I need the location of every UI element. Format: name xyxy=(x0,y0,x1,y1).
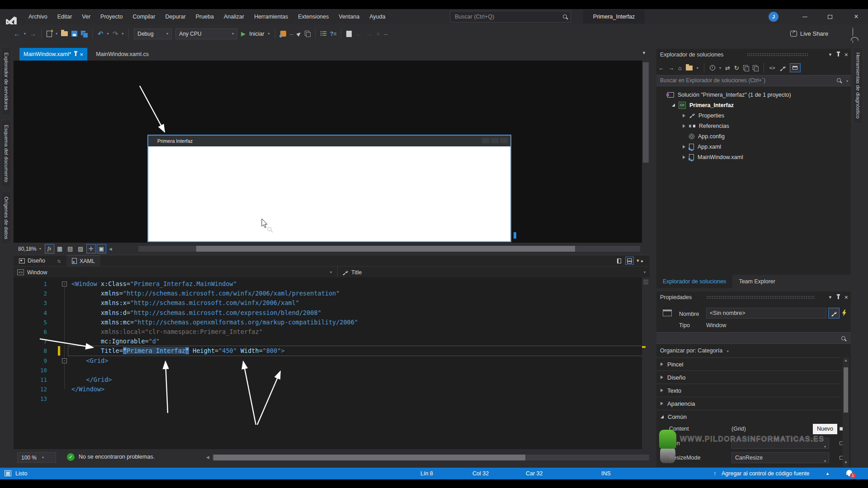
tree-item-primera-interfaz[interactable]: C#Primera_Interfaz xyxy=(656,100,851,110)
preview-selected-items-button[interactable] xyxy=(790,63,801,72)
selection-pointer-icon[interactable] xyxy=(296,31,302,37)
property-row-content[interactable]: Content (Grid) Nuevo xyxy=(656,422,841,436)
code-horizontal-scrollbar[interactable] xyxy=(212,455,649,460)
navigate-back-dropdown-icon[interactable]: ▾ xyxy=(24,32,26,36)
menu-item-ventana[interactable]: Ventana xyxy=(334,9,364,24)
properties-wrench-icon[interactable] xyxy=(779,65,786,71)
solution-search-input[interactable]: Buscar en Explorador de soluciones (Ctrl… xyxy=(656,75,851,86)
tree-item-soluci-n-primera-interfaz-1-de-1-proyecto[interactable]: Solución "Primera_Interfaz" (1 de 1 proy… xyxy=(656,89,851,100)
home-icon[interactable]: ⌂ xyxy=(678,65,682,71)
xaml-code-editor[interactable]: 1<Window x:Class="Primera_Interfaz.MainW… xyxy=(14,277,642,449)
fold-collapse-icon[interactable]: - xyxy=(62,282,67,286)
tool-tab-herramientas-de-diagn-stico[interactable]: Herramientas de diagnóstico xyxy=(853,47,863,123)
pin-icon[interactable] xyxy=(838,296,839,299)
code-vertical-scrollbar[interactable] xyxy=(642,277,650,449)
scroll-left-icon[interactable]: ◀ xyxy=(109,247,112,251)
chevron-right-icon[interactable] xyxy=(683,145,685,149)
collapse-all-icon[interactable] xyxy=(743,65,749,71)
property-category-texto[interactable]: Texto xyxy=(656,384,841,397)
start-button[interactable]: Iniciar xyxy=(249,31,264,37)
properties-search-input[interactable] xyxy=(656,332,851,344)
code-line-5[interactable]: 5 xmlns:mc="http://schemas.openxmlformat… xyxy=(14,318,642,328)
events-view-button[interactable] xyxy=(842,310,847,318)
copy-items-icon[interactable] xyxy=(305,31,310,37)
navigate-back-icon[interactable]: ← xyxy=(14,29,20,38)
breadcrumb-property-dropdown[interactable]: Title ▾ xyxy=(337,267,648,278)
scroll-down-icon[interactable]: ▼ xyxy=(844,460,848,465)
name-input[interactable]: <Sin nombre> xyxy=(706,308,826,319)
menu-item-ver[interactable]: Ver xyxy=(77,9,95,24)
solution-explorer-header[interactable]: Explorador de soluciones ▼ × xyxy=(656,49,851,61)
property-row-resizemode[interactable]: ResizeMode CanResize ▾ xyxy=(656,451,841,465)
close-icon[interactable]: × xyxy=(844,51,848,58)
code-line-11[interactable]: 11 </Grid> xyxy=(14,375,642,385)
add-to-source-control-button[interactable]: Agregar al control de código fuente xyxy=(722,468,810,479)
show-grid-icon[interactable]: ▦ xyxy=(55,244,65,253)
feedback-button[interactable] xyxy=(853,28,862,39)
new-file-icon[interactable] xyxy=(47,31,52,37)
snaplines-toggle-button[interactable]: ✛ xyxy=(86,244,96,253)
tab-solution-explorer[interactable]: Explorador de soluciones xyxy=(656,275,732,288)
close-icon[interactable]: × xyxy=(80,51,84,58)
properties-header[interactable]: Propiedades ▼ × xyxy=(656,291,851,303)
scrollbar-thumb[interactable] xyxy=(643,62,649,163)
maximize-button[interactable] xyxy=(819,9,841,24)
navigate-forward-icon[interactable]: → xyxy=(29,29,36,38)
tool-tab-esquema-del-documento[interactable]: Esquema del documento xyxy=(1,120,11,187)
chevron-down-icon[interactable]: ▾ xyxy=(39,247,41,251)
scroll-up-icon[interactable]: ▲ xyxy=(844,358,848,362)
tool-tab-or-genes-de-datos[interactable]: Orígenes de datos xyxy=(1,192,11,244)
properties-scrollbar[interactable]: ▲ ▼ xyxy=(843,357,849,467)
new-file-dropdown-icon[interactable]: ▾ xyxy=(56,32,57,36)
scroll-left-icon[interactable]: ◀ xyxy=(206,455,209,460)
chevron-right-icon[interactable] xyxy=(660,389,663,392)
menu-item-compilar[interactable]: Compilar xyxy=(127,9,160,24)
property-category-pincel[interactable]: Pincel xyxy=(656,357,841,371)
designer-horizontal-scrollbar[interactable] xyxy=(138,246,640,252)
live-share-button[interactable]: Live Share xyxy=(790,24,828,43)
quick-search-input[interactable]: Buscar (Ctrl+Q) xyxy=(450,11,571,23)
tree-item-properties[interactable]: Properties xyxy=(656,110,851,121)
start-dropdown-icon[interactable]: ▾ xyxy=(268,32,270,36)
designer-artboard-window[interactable]: Primera Interfaz xyxy=(147,135,511,242)
indent-lines-icon[interactable] xyxy=(321,31,326,36)
chevron-right-icon[interactable] xyxy=(683,114,685,117)
effects-toggle-button[interactable]: fx xyxy=(45,244,54,253)
chevron-right-icon[interactable] xyxy=(683,155,685,159)
resizemode-value-dropdown[interactable]: CanResize ▾ xyxy=(731,452,829,463)
artboard-resize-grip[interactable] xyxy=(514,232,516,239)
menu-item-extensiones[interactable]: Extensiones xyxy=(293,9,334,24)
menu-item-ayuda[interactable]: Ayuda xyxy=(364,9,390,24)
properties-view-button[interactable] xyxy=(828,308,840,319)
menu-item-archivo[interactable]: Archivo xyxy=(24,9,52,24)
code-line-7[interactable]: 7 mc:Ignorable="d" xyxy=(14,337,642,347)
back-icon[interactable]: ← xyxy=(658,65,664,71)
close-icon[interactable]: × xyxy=(844,294,848,301)
code-line-9[interactable]: 9 <Grid> xyxy=(14,356,642,366)
chevron-down-icon[interactable]: ▾ xyxy=(719,66,721,70)
new-button[interactable]: Nuevo xyxy=(813,424,837,434)
pin-icon[interactable] xyxy=(838,53,839,56)
menu-item-editar[interactable]: Editar xyxy=(52,9,77,24)
scrollbar-thumb[interactable] xyxy=(844,367,848,413)
menu-item-depurar[interactable]: Depurar xyxy=(160,9,190,24)
tool-tab-explorador-de-servidores[interactable]: Explorador de servidores xyxy=(1,47,11,115)
xaml-designer-surface[interactable]: Primera Interfaz xyxy=(14,61,642,243)
scrollbar-thumb[interactable] xyxy=(213,455,525,460)
chevron-right-icon[interactable] xyxy=(660,375,663,379)
menu-item-proyecto[interactable]: Proyecto xyxy=(95,9,127,24)
vertical-split-button[interactable] xyxy=(615,257,623,265)
tab-mainwindow-xaml[interactable]: MainWindow.xaml* × xyxy=(19,48,87,61)
breadcrumb-element-dropdown[interactable]: <> Window ▾ xyxy=(17,267,334,278)
fold-collapse-icon[interactable]: - xyxy=(62,358,67,363)
chevron-up-icon[interactable]: ▲ xyxy=(826,468,830,479)
tab-team-explorer[interactable]: Team Explorer xyxy=(732,275,782,288)
collapse-pane-button[interactable]: ▼▲ xyxy=(636,257,644,265)
code-line-1[interactable]: 1<Window x:Class="Primera_Interfaz.MainW… xyxy=(14,279,642,289)
undo-icon[interactable]: ↶ xyxy=(98,29,104,38)
editor-zoom-dropdown[interactable]: 100 % ▾ xyxy=(17,452,56,463)
splitter-grip-icon[interactable] xyxy=(643,280,648,281)
horizontal-split-button[interactable] xyxy=(625,257,634,265)
close-button[interactable]: × xyxy=(844,9,868,24)
code-line-3[interactable]: 3 xmlns:x="http://schemas.microsoft.com/… xyxy=(14,298,642,308)
